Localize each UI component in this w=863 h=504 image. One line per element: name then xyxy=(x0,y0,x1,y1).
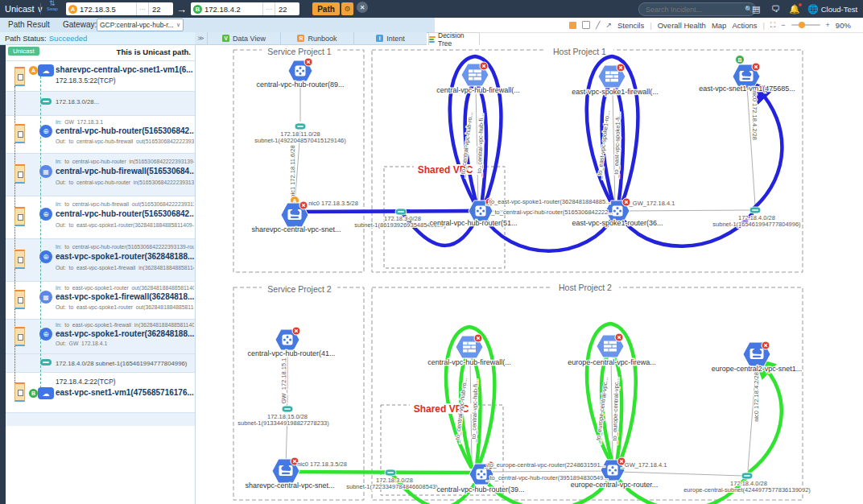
node-sp2-subnet[interactable]: 172.18.15.0/28 subnet-1(9133449198827278… xyxy=(237,406,329,427)
account-menu[interactable]: 🌐 Cloud-Test xyxy=(807,0,857,18)
zoom-out-icon[interactable]: − xyxy=(781,21,785,29)
node-central-vpc-hub-firewall-1[interactable]: central-vpc-hub-firewall(... xyxy=(436,62,520,94)
hop-device-name[interactable]: central-vpc-hub-firewall(516530684... xyxy=(56,167,194,176)
hop-map-marker[interactable] xyxy=(14,164,25,184)
data-view-icon: V xyxy=(222,35,229,42)
svg-text:central-vpc-hub-router(39...: central-vpc-hub-router(39... xyxy=(436,485,524,494)
hop-map-marker[interactable] xyxy=(14,124,25,143)
node-europe-central2-vpc-vm[interactable]: europe-central2-vpc-snet1... xyxy=(712,341,803,373)
apps-icon[interactable]: ▤ xyxy=(752,0,760,18)
source-more-button[interactable]: ··· xyxy=(136,2,148,15)
path-result-tab[interactable]: Path Result xyxy=(8,20,50,29)
source-ip-input[interactable]: 172.18.3.5 xyxy=(80,5,136,14)
app-window: Unicast ∨ ⇅ Swap A 172.18.3.5 ··· 22 → B… xyxy=(0,0,863,504)
hop-out-interface: Out:_to_east-vpc-spoke1-firewall_in(3628… xyxy=(56,265,194,271)
overall-health-button[interactable]: Overall Health xyxy=(658,21,706,30)
path-hop-row[interactable]: ⊕ In:_to_east-vpc-spoke1-firewall_in(362… xyxy=(6,319,195,354)
path-button[interactable]: Path xyxy=(312,2,340,15)
hop-map-marker[interactable] xyxy=(14,382,25,402)
tab-decision-tree[interactable]: Decision Tree xyxy=(428,32,480,45)
chat-icon[interactable]: 🗨 xyxy=(771,0,780,18)
highlight-tool-icon[interactable] xyxy=(569,22,576,29)
search-input[interactable] xyxy=(644,5,741,14)
collapse-tabs-icon[interactable]: ≫ xyxy=(195,32,208,44)
svg-text:east-vpc-spoke1-firewall(...: east-vpc-spoke1-firewall(... xyxy=(572,88,659,96)
node-central-vpc-hub-firewall-2[interactable]: central-vpc-hub-firewall(... xyxy=(427,334,511,366)
path-hop-row[interactable]: 172.18.4.2:22(TCP) B ☁ east-vpc-snet1-vm… xyxy=(6,372,195,413)
zoom-in-icon[interactable]: + xyxy=(826,21,830,29)
edge-label: _to_east-vpc-spoke1-ro... xyxy=(596,110,611,180)
stencils-button[interactable]: Stencils xyxy=(617,21,644,30)
node-sp1-subnet[interactable]: 172.18.11.0/28 subnet-1(4922048570415129… xyxy=(254,123,346,144)
path-mode-dropdown[interactable]: Unicast ∨ xyxy=(5,0,43,18)
node-east-vpc-spoke1-firewall[interactable]: east-vpc-spoke1-firewall(... xyxy=(572,64,659,96)
node-sp2-router[interactable]: central-vpc-hub-router(41... xyxy=(247,327,335,357)
incident-search[interactable]: 🔍 xyxy=(638,2,756,16)
zoom-slider-knob[interactable] xyxy=(799,22,805,28)
topology-map[interactable]: Service Project 1 Host Project 1 Service… xyxy=(195,44,863,504)
globe-icon: 🌐 xyxy=(807,4,819,14)
account-name: Cloud-Test xyxy=(821,5,857,14)
zoom-slider[interactable] xyxy=(791,24,820,26)
node-right-subnet-2[interactable]: 172.18.4.0/28 europe-central-subnet(4244… xyxy=(683,473,811,494)
path-hop-row[interactable]: ▦ In:_to_central-vpc-hub-router_in(51653… xyxy=(6,153,195,196)
svg-text:east-vpc-spoke1-router(36...: east-vpc-spoke1-router(36... xyxy=(572,219,663,227)
node-europe-central-vpc-firewall[interactable]: europe-central-vpc-firewa... xyxy=(568,333,656,366)
path-hop-row[interactable]: ⊕ In:_to_central-vpc-hub-firewall_out(51… xyxy=(6,196,195,239)
hop-device-name[interactable]: east-vpc-spoke1-firewall(36284818... xyxy=(56,292,194,301)
path-hop-row[interactable]: ⊕ In:_to_central-vpc-hub-router(51653068… xyxy=(6,238,195,282)
swap-button[interactable]: ⇅ Swap xyxy=(47,0,58,18)
hop-subnet-label: 172.18.3.0/28... xyxy=(56,98,194,105)
svg-text:sharevpc-central-vpc-snet...: sharevpc-central-vpc-snet... xyxy=(245,481,334,490)
top-bar: Unicast ∨ ⇅ Swap A 172.18.3.5 ··· 22 → B… xyxy=(0,0,863,18)
source-endpoint-group: A 172.18.3.5 ··· 22 xyxy=(66,2,173,15)
destination-more-button[interactable]: ··· xyxy=(262,2,275,15)
zoom-level: 90% xyxy=(836,21,851,30)
hop-device-name[interactable]: east-vpc-spoke1-router(362848188... xyxy=(56,329,194,338)
path-hop-row[interactable]: 172.18.4.0/28 subnet-1(16546199477780499… xyxy=(6,353,195,373)
tab-runbook[interactable]: R Runbook xyxy=(281,32,354,44)
hop-out-interface: Out:_to_east-vpc-spoke1-router_out(36284… xyxy=(56,304,194,310)
node-east-vpc-snet1-vm[interactable]: B east-vpc-snet1-vm1(475685... xyxy=(699,56,795,93)
destination-port-input[interactable]: 22 xyxy=(275,2,299,15)
hop-device-name[interactable]: central-vpc-hub-router(5165306842... xyxy=(56,126,194,135)
destination-ip-input[interactable]: 172.18.4.2 xyxy=(204,5,262,14)
hop-map-marker[interactable] xyxy=(14,207,25,226)
path-hop-row[interactable]: ▦ In:_to_east-vpc-spoke1-router_out(3628… xyxy=(6,281,195,320)
hop-device-name[interactable]: central-vpc-hub-router(5165306842... xyxy=(56,209,194,218)
fit-to-screen-icon[interactable]: ⛶ xyxy=(770,21,775,30)
hop-map-marker[interactable] xyxy=(14,327,25,346)
hop-device-name[interactable]: east-vpc-snet1-vm1(475685716176... xyxy=(56,388,194,397)
hop-map-marker[interactable] xyxy=(14,290,25,309)
svg-text:subnet-1(165461994777804996): subnet-1(165461994777804996) xyxy=(712,221,801,228)
edge-label: _to_east-vpc-spoke1-router(3628481884885… xyxy=(485,198,611,205)
path-hop-row[interactable]: ⊕ In:_GW_172.18.3.1 central-vpc-hub-rout… xyxy=(6,115,195,154)
service-project-1-title: Service Project 1 xyxy=(267,47,332,56)
shape-tool-icon[interactable] xyxy=(582,21,590,29)
direction-arrow-icon: → xyxy=(176,0,187,18)
hop-map-marker[interactable] xyxy=(14,67,25,86)
path-settings-gear-icon[interactable]: ⚙ xyxy=(341,2,353,15)
svg-text:B: B xyxy=(737,57,741,63)
notifications-bell-icon[interactable]: 🔔 xyxy=(789,0,800,18)
tab-data-view[interactable]: V Data View xyxy=(208,32,281,44)
collapsed-sidebar[interactable] xyxy=(0,44,6,504)
actions-menu-button[interactable]: Actions xyxy=(732,21,757,30)
pointer-tool-icon[interactable]: ↗ xyxy=(605,21,612,29)
line-tool-icon[interactable]: ╱ xyxy=(596,21,600,29)
tab-intent[interactable]: I Intent xyxy=(354,32,427,44)
close-icon[interactable]: ✕ xyxy=(357,2,368,13)
hop-device-name[interactable]: east-vpc-spoke1-router(362848188... xyxy=(56,252,194,261)
map-menu-button[interactable]: Map xyxy=(712,21,726,30)
edge-label: nic0 172.18.4.2/28 xyxy=(753,372,760,422)
path-hop-row[interactable]: 172.18.3.0/28... xyxy=(6,91,195,116)
gateway-select[interactable]: GCP:central-vpc-hub-r... ∨ xyxy=(97,19,184,31)
edge-label: nic0 172.18.3.5/28 xyxy=(308,200,358,207)
chevron-down-icon: ∨ xyxy=(176,22,180,28)
node-sp1-router[interactable]: central-vpc-hub-router(89... xyxy=(256,58,344,89)
hop-map-marker[interactable] xyxy=(14,250,25,269)
edge-label: _GW_172.18.4.1 xyxy=(621,461,667,469)
source-port-input[interactable]: 22 xyxy=(148,2,173,15)
hop-device-name[interactable]: sharevpc-central-vpc-snet1-vm1(6... xyxy=(56,65,194,74)
path-hop-row[interactable]: A ☁ sharevpc-central-vpc-snet1-vm1(6... … xyxy=(6,60,195,92)
